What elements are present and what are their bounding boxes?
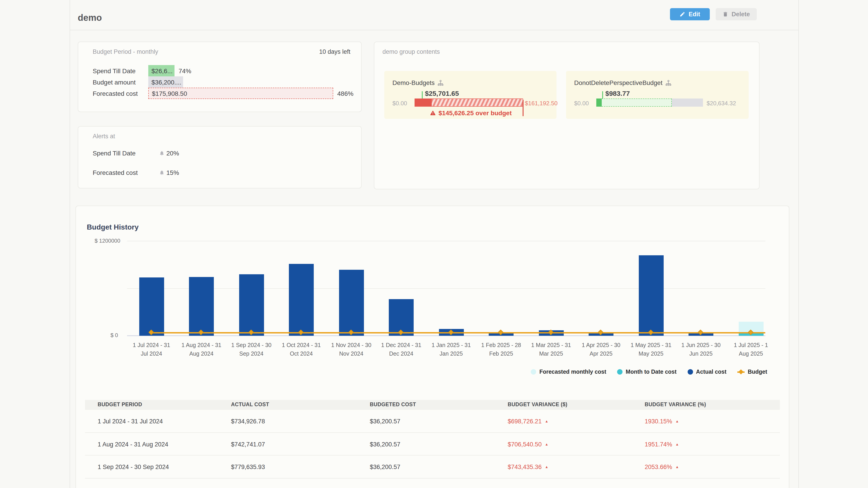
bar-actual-cost: [239, 274, 264, 336]
warning-icon: [430, 110, 436, 116]
group-contents-card: demo group contents Demo-Budgets $25,701…: [374, 41, 760, 189]
column-header: ACTUAL COST: [231, 402, 269, 407]
legend-item-month-to-date-cost[interactable]: Month to Date cost: [617, 369, 677, 375]
bar-actual-cost: [139, 278, 164, 336]
table-cell: 1951.74%▲: [645, 441, 679, 448]
alert-row-forecast: Forecasted cost 15%: [93, 169, 179, 176]
legend-item-budget[interactable]: Budget: [737, 369, 767, 375]
budget-progress-bar: [596, 98, 703, 107]
bell-icon: [159, 170, 164, 175]
y-axis-zero-label: $ 0: [77, 332, 118, 338]
table-cell: $36,200.57: [370, 418, 400, 425]
gridline-top: [127, 241, 765, 241]
forecasted-cost-label: Forecasted cost: [93, 90, 148, 97]
alert-forecast-value: 15%: [166, 169, 179, 176]
up-triangle-icon: ▲: [545, 465, 548, 469]
table-cell: 1 Sep 2024 - 30 Sep 2024: [98, 464, 169, 470]
budget-chip: $36,200....: [148, 76, 183, 88]
table-cell: $743,435.36▲: [508, 464, 548, 470]
spend-till-date-row: Spend Till Date $26,6... 74%: [93, 65, 191, 76]
forecast-overage-segment: [432, 98, 523, 107]
spend-pct: 74%: [179, 67, 191, 74]
forecast-pct: 486%: [337, 90, 353, 97]
budget-period-title: Budget Period - monthly: [93, 48, 158, 55]
spend-till-date-label: Spend Till Date: [93, 67, 148, 74]
bar-max-label: $161,192.50: [525, 100, 558, 107]
up-triangle-icon: ▲: [675, 465, 679, 469]
budget-item-demo-budgets: Demo-Budgets $25,701.65 $0.00 $161,192.5…: [384, 71, 557, 119]
legend-diamond-icon: [737, 369, 745, 375]
bar-actual-cost: [339, 270, 364, 336]
delete-button-label: Delete: [732, 11, 750, 18]
table-cell: 1 Jul 2024 - 31 Jul 2024: [98, 418, 163, 425]
over-budget-text: $145,626.25 over budget: [438, 109, 512, 117]
alert-row-spend: Spend Till Date 20%: [93, 150, 179, 157]
up-triangle-icon: ▲: [675, 419, 679, 423]
table-cell: $36,200.57: [370, 441, 400, 448]
edit-button-label: Edit: [689, 11, 700, 18]
table-cell: 1 Aug 2024 - 31 Aug 2024: [98, 441, 168, 448]
table-row: 1 Aug 2024 - 31 Aug 2024$742,741.07$36,2…: [85, 433, 780, 455]
group-contents-title: demo group contents: [382, 48, 440, 55]
budget-item-value: $983.77: [605, 90, 630, 97]
up-triangle-icon: ▲: [675, 442, 679, 446]
budget-item-donotdelete: DonotDeletePerspectiveBudget $983.77 $0.…: [566, 71, 749, 119]
table-cell: 2053.66%▲: [645, 464, 679, 470]
forecasted-cost-row: Forecasted cost $175,908.50 486%: [93, 88, 353, 99]
over-budget-line: [523, 100, 523, 116]
column-header: BUDGET VARIANCE (%): [645, 402, 706, 407]
budget-history-card: Budget History $ 1200000 $ 0 1 Jul 2024 …: [75, 205, 789, 488]
column-header: BUDGET PERIOD: [98, 402, 142, 407]
budget-progress-bar: [414, 98, 523, 107]
alert-spend-label: Spend Till Date: [93, 150, 159, 157]
header-divider: [70, 30, 798, 30]
table-cell: $36,200.57: [370, 464, 400, 470]
bell-icon: [159, 151, 164, 156]
hierarchy-icon: [437, 79, 444, 86]
table-cell: 1930.15%▲: [645, 418, 679, 425]
delete-button[interactable]: Delete: [716, 8, 757, 20]
spend-chip: $26,6...: [148, 65, 175, 76]
budget-line: [151, 332, 765, 333]
edit-button[interactable]: Edit: [670, 8, 710, 20]
spent-segment: [414, 98, 432, 107]
budget-period-card: Budget Period - monthly 10 days left Spe…: [78, 41, 362, 112]
page-title: demo: [78, 13, 102, 23]
alerts-title: Alerts at: [93, 133, 115, 140]
chart-legend: Forecasted monthly costMonth to Date cos…: [531, 369, 767, 375]
column-header: BUDGETED COST: [370, 402, 416, 407]
bar-actual-cost: [189, 277, 214, 336]
legend-dot-icon: [617, 369, 622, 375]
legend-dot-icon: [687, 369, 693, 375]
table-cell: $779,635.93: [231, 464, 265, 470]
pencil-icon: [680, 11, 686, 17]
table-cell: $742,741.07: [231, 441, 265, 448]
x-axis-label: 1 Jul 2025 - 1Aug 2025: [719, 341, 782, 359]
table-cell: $706,540.50▲: [508, 441, 548, 448]
legend-item-forecasted-monthly-cost[interactable]: Forecasted monthly cost: [531, 369, 606, 375]
alert-spend-value: 20%: [166, 150, 179, 157]
remaining-segment: [672, 98, 703, 107]
legend-item-actual-cost[interactable]: Actual cost: [687, 369, 726, 375]
up-triangle-icon: ▲: [545, 442, 548, 446]
budget-amount-row: Budget amount $36,200....: [93, 76, 183, 88]
budget-history-title: Budget History: [87, 223, 138, 231]
spent-segment: [596, 98, 602, 107]
bar-actual-cost: [639, 255, 663, 336]
legend-label: Month to Date cost: [626, 369, 677, 375]
table-cell: $734,926.78: [231, 418, 265, 425]
gridline-mid: [127, 288, 765, 289]
column-header: BUDGET VARIANCE ($): [508, 402, 567, 407]
bar-min-label: $0.00: [574, 100, 589, 107]
days-left: 10 days left: [319, 48, 350, 55]
table-header-row: BUDGET PERIODACTUAL COSTBUDGETED COSTBUD…: [85, 400, 780, 410]
table-cell: $698,726.21▲: [508, 418, 548, 425]
y-axis-max-label: $ 1200000: [80, 238, 120, 244]
legend-label: Forecasted monthly cost: [539, 369, 606, 375]
left-divider: [70, 0, 70, 488]
hierarchy-icon: [665, 79, 672, 86]
up-triangle-icon: ▲: [545, 419, 548, 423]
budget-item-name: Demo-Budgets: [393, 79, 435, 86]
forecast-segment: [602, 98, 672, 107]
table-row: 1 Sep 2024 - 30 Sep 2024$779,635.93$36,2…: [85, 455, 780, 478]
